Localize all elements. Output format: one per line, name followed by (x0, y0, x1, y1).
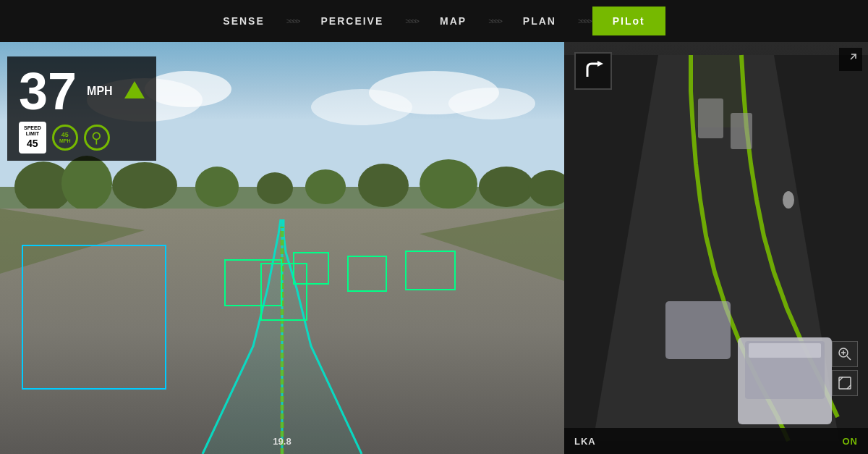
nav-item-pilot[interactable]: PILot (592, 7, 665, 35)
svg-point-14 (420, 159, 477, 209)
svg-point-5 (448, 88, 535, 119)
svg-rect-29 (738, 337, 832, 424)
car-box-center-left (224, 259, 282, 306)
right-panel-status-bar: LKA ON (564, 428, 868, 454)
svg-rect-31 (749, 343, 821, 358)
svg-rect-26 (698, 98, 723, 138)
road-scene: 37 MPH SPEEDLIMIT 45 45 MPH (0, 42, 564, 454)
svg-marker-23 (593, 55, 839, 441)
svg-rect-27 (731, 113, 752, 149)
nav-item-sense[interactable]: SENSE (203, 7, 284, 35)
fullscreen-icon[interactable] (839, 48, 862, 71)
nav-label-plan: PLAN (523, 15, 556, 27)
svg-point-7 (14, 161, 72, 212)
nav-label-pilot: PILot (613, 15, 645, 27)
car-box-center (260, 263, 307, 321)
svg-rect-22 (564, 55, 868, 441)
nav-arrow-3: >>>> (488, 17, 501, 25)
nav-arrow-4: >>>> (578, 17, 591, 25)
distance-value: 19.8 (273, 436, 291, 447)
speed-limit-value: 45 (24, 138, 41, 150)
turn-direction-icon (574, 52, 612, 90)
speed-limit-sign: SPEEDLIMIT 45 (19, 122, 46, 154)
svg-line-36 (847, 356, 851, 360)
nav-label-perceive: PERCEIVE (321, 15, 384, 27)
nav-arrow-2: >>>> (405, 17, 418, 25)
zoom-in-button[interactable] (832, 341, 858, 367)
svg-point-9 (112, 162, 177, 209)
svg-point-15 (479, 167, 534, 207)
speed-unit: MPH (87, 85, 113, 98)
map-controls (832, 341, 858, 396)
speed-overlay: 37 MPH SPEEDLIMIT 45 45 MPH (7, 56, 156, 161)
svg-point-28 (783, 191, 794, 209)
nav-item-plan[interactable]: PLAN (503, 7, 576, 35)
svg-point-3 (311, 89, 412, 125)
right-map-panel: LKA ON (564, 42, 868, 454)
top-navigation: SENSE >>>> PERCEIVE >>>> MAP >>>> PLAN >… (0, 0, 868, 42)
main-content: 37 MPH SPEEDLIMIT 45 45 MPH (0, 42, 868, 454)
speed-icons-row: SPEEDLIMIT 45 45 MPH ⚲ (19, 122, 145, 154)
svg-point-8 (61, 156, 112, 211)
map-svg (564, 42, 868, 454)
car-box-right (347, 256, 387, 292)
svg-marker-17 (0, 209, 564, 454)
svg-rect-32 (665, 301, 731, 359)
svg-point-11 (257, 172, 293, 204)
current-speed-circle: 45 MPH (52, 125, 78, 151)
lka-label: LKA (574, 436, 596, 447)
distance-indicator: 19.8 (273, 436, 291, 447)
svg-rect-6 (0, 187, 564, 230)
nav-item-perceive[interactable]: PERCEIVE (301, 7, 404, 35)
svg-marker-20 (203, 219, 282, 454)
map-scene: LKA ON (564, 42, 868, 454)
svg-point-16 (528, 170, 564, 206)
svg-point-12 (305, 169, 346, 204)
speed-arrow-icon (124, 81, 145, 98)
svg-marker-24 (691, 55, 744, 91)
svg-point-4 (369, 71, 499, 114)
nav-arrow-1: >>>> (286, 17, 299, 25)
nav-label-map: MAP (440, 15, 467, 27)
svg-point-2 (145, 71, 231, 107)
svg-point-10 (195, 167, 239, 207)
speed-value: 37 (19, 65, 77, 117)
expand-button[interactable] (832, 370, 858, 396)
lka-status: ON (843, 436, 859, 447)
steering-wheel-icon: ⚲ (84, 125, 110, 151)
car-box-far-right (405, 251, 456, 290)
svg-point-13 (358, 164, 409, 207)
svg-rect-30 (745, 341, 825, 399)
svg-marker-18 (0, 209, 145, 274)
car-box-far-center (293, 252, 329, 285)
car-box-left (22, 245, 166, 390)
svg-marker-25 (693, 91, 746, 127)
svg-marker-21 (282, 234, 362, 454)
svg-marker-19 (420, 209, 564, 281)
nav-item-map[interactable]: MAP (420, 7, 487, 35)
left-camera-panel: 37 MPH SPEEDLIMIT 45 45 MPH (0, 42, 564, 454)
svg-line-42 (851, 54, 856, 59)
nav-label-sense: SENSE (223, 15, 264, 27)
